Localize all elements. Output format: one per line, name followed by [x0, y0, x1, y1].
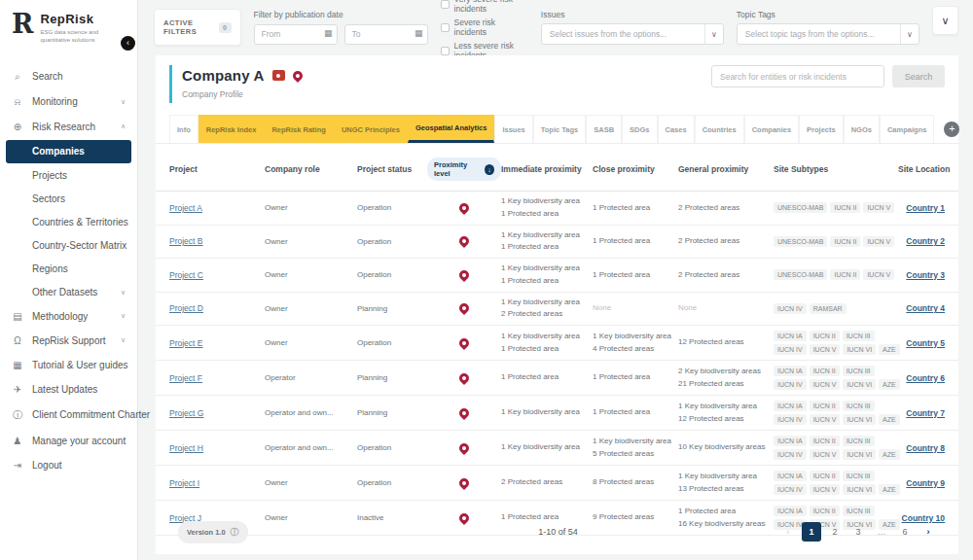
site-location-link[interactable]: Country 6 — [906, 373, 945, 383]
proximity-pin-icon[interactable] — [457, 301, 471, 315]
project-link[interactable]: Project B — [169, 236, 203, 246]
active-filters-button[interactable]: ACTIVE FILTERS 0 — [154, 9, 241, 46]
profile-tab[interactable]: Geospatial Analytics — [408, 115, 495, 143]
pagination-item[interactable]: 1 — [802, 522, 821, 542]
sidebar-item[interactable]: Regions — [0, 258, 137, 281]
checkbox-icon[interactable] — [441, 47, 450, 55]
subtype-chip-line: UNESCO-MABIUCN IIIUCN V — [774, 269, 898, 280]
sidebar-item[interactable]: Projects — [0, 164, 137, 188]
profile-tab[interactable]: Info — [169, 115, 198, 143]
site-location-link[interactable]: Country 8 — [906, 443, 945, 453]
sidebar-item[interactable]: Other Datasets ∨ — [0, 281, 137, 304]
pagination-item[interactable]: › — [919, 522, 938, 542]
sidebar-item[interactable]: Ω RepRisk Support ∨ — [0, 329, 137, 353]
site-location-link[interactable]: Country 2 — [906, 236, 945, 246]
checkbox-icon[interactable] — [441, 23, 450, 32]
calendar-icon[interactable]: ▦ — [324, 28, 333, 38]
profile-tab[interactable]: RepRisk Index — [198, 115, 265, 143]
profile-tab[interactable]: SASB — [586, 115, 622, 143]
sidebar-item[interactable]: ⌕ Search — [0, 64, 137, 89]
proximity-line: 1 Protected area — [593, 203, 678, 213]
search-input[interactable] — [711, 65, 884, 88]
sidebar-item[interactable]: ⇥ Logout — [0, 453, 137, 477]
site-location-link[interactable]: Country 5 — [906, 338, 945, 348]
pagination-item[interactable]: 2 — [825, 522, 845, 542]
project-link[interactable]: Project F — [169, 373, 202, 383]
sidebar-item[interactable]: ⊕ Risk Research ∧ — [0, 115, 137, 139]
profile-tab[interactable]: UNGC Principles — [334, 115, 408, 143]
proximity-pin-icon[interactable] — [457, 268, 471, 282]
site-location-link[interactable]: Country 3 — [906, 270, 945, 280]
col-header-general-proximity[interactable]: General proximity — [678, 164, 774, 174]
proximity-pin-icon[interactable] — [457, 440, 471, 454]
sidebar-item[interactable]: ♟ Manage your account — [0, 429, 137, 453]
site-location-link[interactable]: Country 7 — [906, 408, 945, 418]
profile-tab[interactable]: Topic Tags — [533, 115, 586, 143]
project-link[interactable]: Project C — [169, 270, 203, 280]
site-location-link[interactable]: Country 1 — [906, 203, 945, 213]
project-link[interactable]: Project E — [169, 338, 203, 348]
project-link[interactable]: Project G — [169, 408, 203, 418]
severity-checkbox-row[interactable]: Very severe risk incidents — [441, 0, 528, 14]
calendar-icon[interactable]: ▦ — [414, 28, 423, 38]
chevron-down-icon[interactable]: ∨ — [704, 24, 723, 44]
col-header-project[interactable]: Project — [169, 164, 265, 174]
chevron-down-icon[interactable]: ∨ — [900, 24, 919, 44]
profile-tab[interactable]: Countries — [695, 115, 744, 143]
add-tab-button[interactable]: + — [944, 122, 959, 137]
sort-down-icon[interactable]: ↓ — [485, 164, 494, 175]
proximity-pin-icon[interactable] — [457, 234, 471, 248]
col-header-site-location[interactable]: Site Location — [898, 164, 950, 174]
sidebar-item[interactable]: ▤ Methodology ∨ — [0, 304, 137, 329]
sidebar-item[interactable]: Companies — [6, 140, 131, 163]
profile-tab[interactable]: Projects — [799, 115, 844, 143]
sidebar-item-label: Monitoring — [32, 96, 78, 107]
search-button[interactable]: Search — [892, 65, 945, 88]
proximity-pin-icon[interactable] — [457, 335, 471, 349]
col-header-site-subtypes[interactable]: Site Subtypes — [774, 164, 898, 174]
profile-tab[interactable]: Issues — [494, 115, 532, 143]
site-location-link[interactable]: Country 9 — [906, 478, 945, 488]
site-subtypes-cell: UNESCO-MABIUCN IIIUCN V — [774, 197, 898, 218]
sidebar-item[interactable]: ⓘ Client Commitment Charter — [0, 402, 137, 429]
profile-tab[interactable]: Campaigns — [880, 115, 934, 143]
sidebar-item[interactable]: ⍾ Monitoring ∨ — [0, 89, 137, 115]
col-header-project-status[interactable]: Project status — [357, 164, 427, 174]
filter-panel-toggle-button[interactable]: ∨ — [932, 6, 958, 35]
camera-badge-icon[interactable] — [272, 70, 285, 81]
project-link[interactable]: Project I — [169, 478, 199, 488]
proximity-pin-icon[interactable] — [457, 370, 471, 384]
topic-tags-select[interactable]: Select topic tags from the options... ∨ — [737, 23, 919, 45]
pagination-item[interactable]: … — [872, 522, 891, 542]
proximity-pin-icon[interactable] — [457, 201, 471, 215]
col-header-company-role[interactable]: Company role — [265, 164, 357, 174]
profile-tab[interactable]: Cases — [658, 115, 695, 143]
pagination-item[interactable]: 6 — [895, 522, 915, 542]
sidebar-item[interactable]: Sectors — [0, 188, 137, 211]
profile-tab[interactable]: SDGs — [622, 115, 657, 143]
profile-tab[interactable]: RepRisk Rating — [264, 115, 333, 143]
location-pin-icon[interactable] — [291, 68, 305, 82]
sidebar-collapse-button[interactable]: ‹ — [121, 36, 135, 51]
pagination-item[interactable]: 3 — [848, 522, 868, 542]
proximity-pin-icon[interactable] — [457, 405, 471, 419]
proximity-pin-icon[interactable] — [457, 475, 471, 489]
col-header-immediate-proximity[interactable]: Immediate proximity — [501, 164, 593, 174]
pagination-item[interactable]: ‹ — [778, 522, 798, 542]
project-link[interactable]: Project D — [169, 303, 203, 313]
project-link[interactable]: Project A — [169, 203, 202, 213]
sidebar-item[interactable]: ✈ Latest Updates — [0, 377, 137, 402]
sidebar-item[interactable]: Country-Sector Matrix — [0, 234, 137, 258]
sidebar-item[interactable]: Countries & Territories — [0, 211, 137, 234]
issues-select[interactable]: Select issues from the options... ∨ — [541, 23, 724, 45]
severity-checkbox-row[interactable]: Severe risk incidents — [441, 18, 528, 37]
profile-tab[interactable]: NGOs — [844, 115, 880, 143]
checkbox-icon[interactable] — [441, 0, 450, 9]
col-header-proximity-level[interactable]: Proximity level ↓ — [427, 158, 501, 181]
project-link[interactable]: Project H — [169, 443, 203, 453]
site-location-link[interactable]: Country 4 — [906, 303, 945, 313]
sidebar-item[interactable]: ▦ Tutorial & User guides — [0, 353, 137, 377]
tab-label: Countries — [703, 125, 737, 134]
profile-tab[interactable]: Companies — [744, 115, 799, 143]
col-header-close-proximity[interactable]: Close proximity — [593, 164, 678, 174]
